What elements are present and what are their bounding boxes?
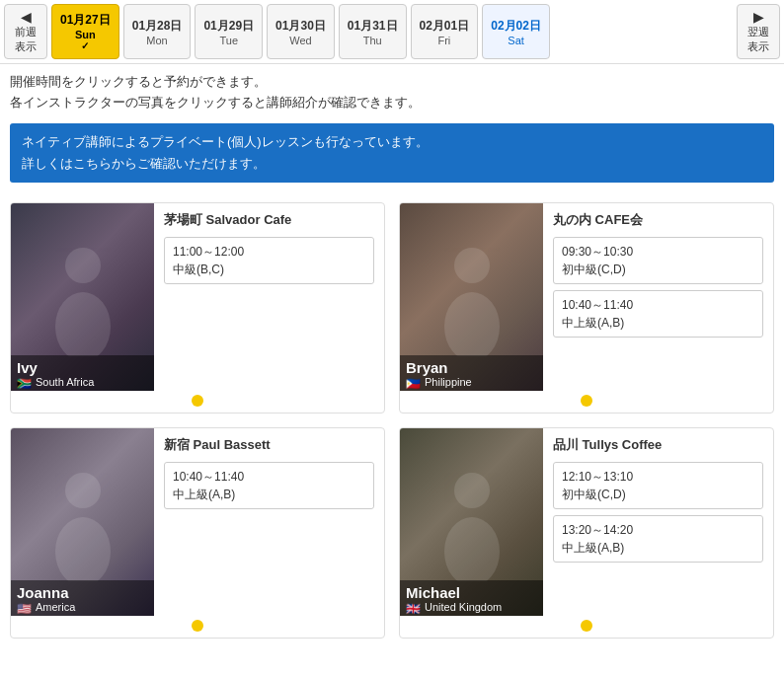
nav-date-3: 01月30日 bbox=[275, 18, 326, 35]
card-sessions-bryan: 丸の内 CAFE会 09:30～10:30 初中級(C,D) 10:40～11:… bbox=[543, 203, 773, 391]
instructor-country-bryan: 🇵🇭 Philippine bbox=[406, 376, 537, 388]
session-level-michael-0: 初中級(C,D) bbox=[562, 486, 754, 503]
info-section: 開催時間をクリックすると予約ができます。 各インストラクターの写真をクリックする… bbox=[0, 64, 784, 117]
session-box-ivy-0[interactable]: 11:00～12:00 中級(B,C) bbox=[164, 237, 374, 284]
session-level-bryan-0: 初中級(C,D) bbox=[562, 261, 754, 278]
session-box-joanna-0[interactable]: 10:40～11:40 中上級(A,B) bbox=[164, 462, 374, 509]
prev-week-button[interactable]: ◀ 前週 表示 bbox=[4, 4, 47, 59]
svg-point-1 bbox=[55, 292, 111, 356]
nav-date-5: 02月01日 bbox=[420, 18, 470, 35]
nav-date-2: 01月29日 bbox=[203, 18, 254, 35]
instructor-card-joanna: Joanna 🇺🇸 America 新宿 Paul Bassett 10:40～… bbox=[10, 427, 385, 639]
info-line2: 各インストラクターの写真をクリックすると講師紹介が確認できます。 bbox=[10, 93, 774, 113]
instructor-card-michael: Michael 🇬🇧 United Kingdom 品川 Tullys Coff… bbox=[399, 427, 774, 639]
instructor-photo-bryan[interactable]: Bryan 🇵🇭 Philippine bbox=[400, 203, 543, 391]
instructor-photo-ivy[interactable]: Ivy 🇿🇦 South Africa bbox=[11, 203, 154, 391]
session-time-bryan-1: 10:40～11:40 bbox=[562, 296, 754, 314]
nav-day-tue[interactable]: 01月29日 Tue bbox=[195, 4, 263, 59]
card-dot-row-michael bbox=[400, 616, 773, 638]
card-sessions-michael: 品川 Tullys Coffee 12:10～13:10 初中級(C,D) 13… bbox=[543, 428, 773, 616]
name-overlay-bryan: Bryan 🇵🇭 Philippine bbox=[400, 355, 543, 391]
flag-icon-ivy: 🇿🇦 bbox=[17, 377, 33, 387]
nav-dayname-2: Tue bbox=[219, 35, 238, 46]
session-level-michael-1: 中上級(A,B) bbox=[562, 539, 754, 557]
nav-day-thu[interactable]: 01月31日 Thu bbox=[339, 4, 407, 59]
venue-ivy: 茅場町 Salvador Cafe bbox=[164, 211, 374, 229]
venue-bryan: 丸の内 CAFE会 bbox=[553, 211, 763, 229]
day-navigation: 01月27日 Sun ✓ 01月28日 Mon 01月29日 Tue 01月30… bbox=[49, 4, 735, 59]
flag-icon-joanna: 🇺🇸 bbox=[17, 602, 33, 612]
instructor-country-ivy: 🇿🇦 South Africa bbox=[17, 376, 148, 388]
card-dot-row-ivy bbox=[11, 391, 384, 413]
nav-day-wed[interactable]: 01月30日 Wed bbox=[267, 4, 335, 59]
nav-date-1: 01月28日 bbox=[132, 18, 183, 35]
session-time-michael-0: 12:10～13:10 bbox=[562, 468, 754, 486]
venue-michael: 品川 Tullys Coffee bbox=[553, 436, 763, 454]
svg-point-5 bbox=[55, 517, 111, 581]
country-label-joanna: America bbox=[36, 601, 75, 613]
flag-icon-michael: 🇬🇧 bbox=[406, 602, 422, 612]
card-sessions-joanna: 新宿 Paul Bassett 10:40～11:40 中上級(A,B) bbox=[154, 428, 384, 616]
instructor-photo-michael[interactable]: Michael 🇬🇧 United Kingdom bbox=[400, 428, 543, 616]
next-week-button[interactable]: ▶ 翌週 表示 bbox=[737, 4, 780, 59]
card-dot-row-bryan bbox=[400, 391, 773, 413]
svg-point-2 bbox=[454, 248, 490, 283]
nav-date-6: 02月02日 bbox=[491, 18, 541, 35]
navigation-bar: ◀ 前週 表示 01月27日 Sun ✓ 01月28日 Mon 01月29日 T… bbox=[0, 0, 784, 64]
session-box-bryan-0[interactable]: 09:30～10:30 初中級(C,D) bbox=[553, 237, 763, 284]
nav-date-4: 01月31日 bbox=[348, 18, 398, 35]
instructor-photo-joanna[interactable]: Joanna 🇺🇸 America bbox=[11, 428, 154, 616]
banner-line1: ネイティブ講師によるプライベート(個人)レッスンも行なっています。 bbox=[22, 131, 762, 153]
country-label-bryan: Philippine bbox=[425, 376, 472, 388]
banner-line2: 詳しくはこちらからご確認いただけます。 bbox=[22, 153, 762, 175]
nav-day-sun[interactable]: 01月27日 Sun ✓ bbox=[51, 4, 119, 59]
dot-indicator-michael bbox=[581, 620, 592, 632]
session-level-bryan-1: 中上級(A,B) bbox=[562, 314, 754, 332]
instructor-country-joanna: 🇺🇸 America bbox=[17, 601, 148, 613]
promo-banner[interactable]: ネイティブ講師によるプライベート(個人)レッスンも行なっています。 詳しくはこち… bbox=[10, 123, 774, 183]
instructor-cards-grid: Ivy 🇿🇦 South Africa 茅場町 Salvador Cafe 11… bbox=[0, 188, 784, 652]
nav-day-fri[interactable]: 02月01日 Fri bbox=[411, 4, 479, 59]
session-level-ivy-0: 中級(B,C) bbox=[173, 261, 365, 278]
session-time-michael-1: 13:20～14:20 bbox=[562, 521, 754, 539]
card-top-michael: Michael 🇬🇧 United Kingdom 品川 Tullys Coff… bbox=[400, 428, 773, 616]
instructor-name-ivy: Ivy bbox=[17, 359, 148, 376]
session-time-ivy-0: 11:00～12:00 bbox=[173, 243, 365, 261]
instructor-card-ivy: Ivy 🇿🇦 South Africa 茅場町 Salvador Cafe 11… bbox=[10, 202, 385, 414]
svg-point-7 bbox=[444, 517, 500, 581]
svg-point-4 bbox=[65, 473, 101, 508]
dot-indicator-ivy bbox=[192, 395, 203, 407]
card-top-ivy: Ivy 🇿🇦 South Africa 茅場町 Salvador Cafe 11… bbox=[11, 203, 384, 391]
country-label-ivy: South Africa bbox=[36, 376, 94, 388]
nav-day-sat[interactable]: 02月02日 Sat bbox=[482, 4, 550, 59]
nav-date-0: 01月27日 bbox=[60, 12, 111, 29]
nav-dayname-1: Mon bbox=[146, 35, 167, 46]
name-overlay-joanna: Joanna 🇺🇸 America bbox=[11, 580, 154, 616]
name-overlay-michael: Michael 🇬🇧 United Kingdom bbox=[400, 580, 543, 616]
card-dot-row-joanna bbox=[11, 616, 384, 638]
venue-joanna: 新宿 Paul Bassett bbox=[164, 436, 374, 454]
card-sessions-ivy: 茅場町 Salvador Cafe 11:00～12:00 中級(B,C) bbox=[154, 203, 384, 391]
name-overlay-ivy: Ivy 🇿🇦 South Africa bbox=[11, 355, 154, 391]
instructor-name-bryan: Bryan bbox=[406, 359, 537, 376]
session-level-joanna-0: 中上級(A,B) bbox=[173, 486, 365, 503]
dot-indicator-bryan bbox=[581, 395, 592, 407]
nav-dayname-4: Thu bbox=[363, 35, 382, 46]
instructor-name-michael: Michael bbox=[406, 584, 537, 601]
card-top-bryan: Bryan 🇵🇭 Philippine 丸の内 CAFE会 09:30～10:3… bbox=[400, 203, 773, 391]
session-box-bryan-1[interactable]: 10:40～11:40 中上級(A,B) bbox=[553, 290, 763, 338]
instructor-country-michael: 🇬🇧 United Kingdom bbox=[406, 601, 537, 613]
country-label-michael: United Kingdom bbox=[425, 601, 502, 613]
session-time-bryan-0: 09:30～10:30 bbox=[562, 243, 754, 261]
nav-dayname-6: Sat bbox=[508, 35, 524, 46]
card-top-joanna: Joanna 🇺🇸 America 新宿 Paul Bassett 10:40～… bbox=[11, 428, 384, 616]
nav-dayname-5: Fri bbox=[437, 35, 450, 46]
svg-point-6 bbox=[454, 473, 490, 508]
session-box-michael-0[interactable]: 12:10～13:10 初中級(C,D) bbox=[553, 462, 763, 509]
session-box-michael-1[interactable]: 13:20～14:20 中上級(A,B) bbox=[553, 515, 763, 563]
svg-point-3 bbox=[444, 292, 500, 356]
nav-day-mon[interactable]: 01月28日 Mon bbox=[123, 4, 192, 59]
dot-indicator-joanna bbox=[192, 620, 203, 632]
svg-point-0 bbox=[65, 248, 101, 283]
nav-check-icon: ✓ bbox=[81, 40, 89, 51]
